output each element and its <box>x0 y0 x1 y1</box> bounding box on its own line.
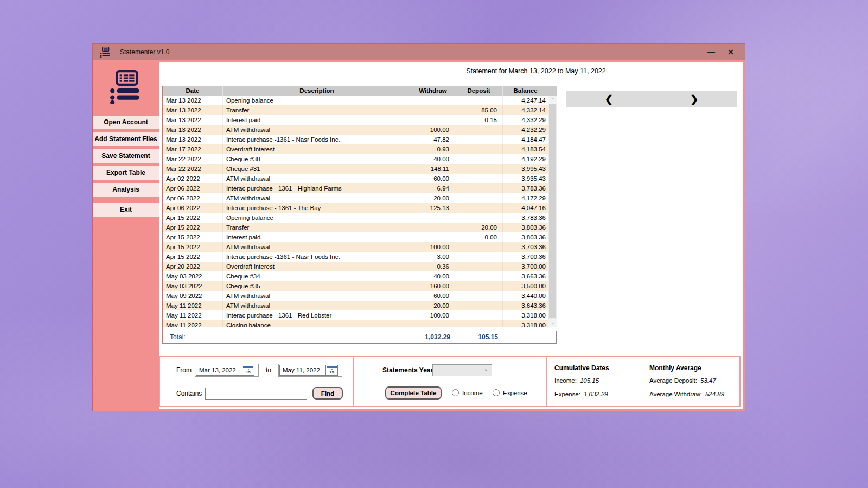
table-cell: Cheque #35 <box>223 281 411 291</box>
table-cell: 3,663.36 <box>503 271 548 281</box>
prev-statement-button[interactable]: ❮ <box>566 91 652 107</box>
calendar-icon[interactable]: 15 <box>242 365 254 376</box>
table-cell <box>455 320 503 327</box>
statements-year-dropdown[interactable]: ⌄ <box>432 364 492 376</box>
col-header-withdraw: Withdraw <box>411 86 455 96</box>
add-statement-files-button[interactable]: Add Statement Files <box>93 132 159 146</box>
table-cell: 3,703.36 <box>503 242 548 252</box>
table-row[interactable]: May 09 2022ATM withdrawal60.003,440.00 <box>163 291 557 301</box>
table-row[interactable]: Mar 13 2022Opening balance4,247.14 <box>163 96 557 105</box>
table-row[interactable]: May 11 2022Closing balance3,318.00 <box>163 320 557 327</box>
income-radio[interactable]: Income <box>452 389 483 396</box>
table-cell <box>455 154 503 164</box>
table-row[interactable]: May 03 2022Cheque #35160.003,500.00 <box>163 281 557 291</box>
save-statement-button[interactable]: Save Statement <box>93 149 159 163</box>
table-cell: 4,332.14 <box>503 105 548 115</box>
table-cell: 125.13 <box>411 203 455 213</box>
next-statement-button[interactable]: ❯ <box>652 91 737 107</box>
minimize-button[interactable]: — <box>706 48 717 56</box>
table-cell: 3,803.36 <box>503 232 548 242</box>
scroll-up-icon[interactable]: ⌃ <box>548 96 557 104</box>
table-row[interactable]: Apr 06 2022Interac purchase - 1361 - Hig… <box>163 183 557 193</box>
table-cell: 20.00 <box>411 193 455 203</box>
total-withdraw-value: 1,032.29 <box>163 331 456 343</box>
table-row[interactable]: Apr 15 2022Opening balance3,783.36 <box>163 213 557 223</box>
close-button[interactable]: ✕ <box>725 48 736 56</box>
find-button[interactable]: Find <box>312 387 343 400</box>
table-cell: Interac purchase -1361 - Nasr Foods Inc. <box>223 252 411 262</box>
table-row[interactable]: Apr 20 2022Overdraft interest0.363,700.0… <box>163 262 557 271</box>
table-row[interactable]: Mar 13 2022ATM withdrawal100.004,232.29 <box>163 125 557 135</box>
table-row[interactable]: Mar 13 2022Transfer85.004,332.14 <box>163 105 557 115</box>
table-cell: Opening balance <box>223 96 411 105</box>
table-cell: Apr 15 2022 <box>163 252 223 262</box>
table-cell: 4,232.29 <box>503 125 548 135</box>
to-date-value[interactable]: May 11, 2022 <box>279 365 326 376</box>
table-cell: 0.36 <box>411 262 455 271</box>
total-deposit-value: 105.15 <box>456 331 503 343</box>
expense-radio-label: Expense <box>503 390 527 396</box>
table-cell: 100.00 <box>411 125 455 135</box>
table-row[interactable]: Apr 15 2022Transfer20.003,803.36 <box>163 223 557 232</box>
from-date-picker[interactable]: Mar 13, 2022 15 <box>195 364 259 377</box>
table-cell: 0.00 <box>455 232 503 242</box>
open-account-button[interactable]: Open Account <box>93 116 159 129</box>
title-bar: Statementer v1.0 — ✕ <box>93 44 745 60</box>
table-row[interactable]: Mar 22 2022Cheque #31148.113,995.43 <box>163 164 557 174</box>
table-cell: Overdraft interest <box>223 144 411 154</box>
exit-button[interactable]: Exit <box>93 203 159 217</box>
table-row[interactable]: May 03 2022Cheque #3440.003,663.36 <box>163 271 557 281</box>
table-cell: Cheque #30 <box>223 154 411 164</box>
sidebar: Open Account Add Statement Files Save St… <box>93 62 159 412</box>
col-header-deposit: Deposit <box>455 86 503 96</box>
table-cell: May 11 2022 <box>163 310 223 320</box>
table-cell: May 11 2022 <box>163 301 223 310</box>
table-row[interactable]: May 11 2022Interac purchase - 1361 - Red… <box>163 310 557 320</box>
calendar-icon[interactable]: 15 <box>326 365 338 376</box>
table-cell: 3.00 <box>411 252 455 262</box>
expense-radio[interactable]: Expense <box>493 389 527 396</box>
scrollbar-thumb[interactable] <box>549 104 556 318</box>
complete-table-button[interactable]: Complete Table <box>385 386 442 400</box>
contains-input[interactable] <box>205 388 307 400</box>
table-row[interactable]: Mar 13 2022Interest paid0.154,332.29 <box>163 115 557 125</box>
table-row[interactable]: Mar 17 2022Overdraft interest0.934,183.5… <box>163 144 557 154</box>
table-cell <box>455 301 503 310</box>
table-cell: ATM withdrawal <box>223 301 411 310</box>
table-cell: 4,247.14 <box>503 96 548 105</box>
table-row[interactable]: Apr 06 2022ATM withdrawal20.004,172.29 <box>163 193 557 203</box>
table-row[interactable]: Apr 15 2022Interac purchase -1361 - Nasr… <box>163 252 557 262</box>
scroll-down-icon[interactable]: ⌄ <box>548 319 557 327</box>
table-row[interactable]: May 11 2022ATM withdrawal20.003,643.36 <box>163 301 557 310</box>
table-cell: ATM withdrawal <box>223 291 411 301</box>
table-cell: Mar 17 2022 <box>163 144 223 154</box>
statement-table: Date Description Withdraw Deposit Balanc… <box>163 86 557 327</box>
from-date-value[interactable]: Mar 13, 2022 <box>196 365 242 376</box>
table-row[interactable]: Mar 22 2022Cheque #3040.004,192.29 <box>163 154 557 164</box>
table-cell: 4,192.29 <box>503 154 548 164</box>
table-row[interactable]: Apr 15 2022Interest paid0.003,803.36 <box>163 232 557 242</box>
table-cell: 100.00 <box>411 310 455 320</box>
table-scrollbar[interactable]: ⌃ ⌄ <box>548 96 557 327</box>
table-row[interactable]: Apr 06 2022Interac purchase - 1361 - The… <box>163 203 557 213</box>
table-cell: 3,643.36 <box>503 301 548 310</box>
table-cell: ATM withdrawal <box>223 193 411 203</box>
avg-withdraw-label: Average Withdraw: <box>649 391 702 397</box>
main-area: Statement for March 13, 2022 to May 11, … <box>159 62 743 409</box>
table-cell: 3,995.43 <box>503 164 548 174</box>
table-row[interactable]: Apr 15 2022ATM withdrawal100.003,703.36 <box>163 242 557 252</box>
table-cell: Apr 20 2022 <box>163 262 223 271</box>
total-row: Total: 1,032.29 105.15 <box>163 331 557 344</box>
table-cell: Interac purchase - 1361 - Red Lobster <box>223 310 411 320</box>
table-cell: Apr 15 2022 <box>163 213 223 223</box>
table-cell <box>455 252 503 262</box>
table-cell: 3,318.00 <box>503 320 548 327</box>
table-cell: May 11 2022 <box>163 320 223 327</box>
table-row[interactable]: Apr 02 2022ATM withdrawal60.003,935.43 <box>163 174 557 183</box>
table-row[interactable]: Mar 13 2022Interac purchase -1361 - Nasr… <box>163 135 557 144</box>
table-body: Mar 13 2022Opening balance4,247.14Mar 13… <box>163 96 557 327</box>
analysis-button[interactable]: Analysis <box>93 183 159 197</box>
export-table-button[interactable]: Export Table <box>93 166 159 180</box>
to-date-picker[interactable]: May 11, 2022 15 <box>278 364 342 377</box>
app-window: Statementer v1.0 — ✕ Open Account Add St… <box>92 43 745 411</box>
